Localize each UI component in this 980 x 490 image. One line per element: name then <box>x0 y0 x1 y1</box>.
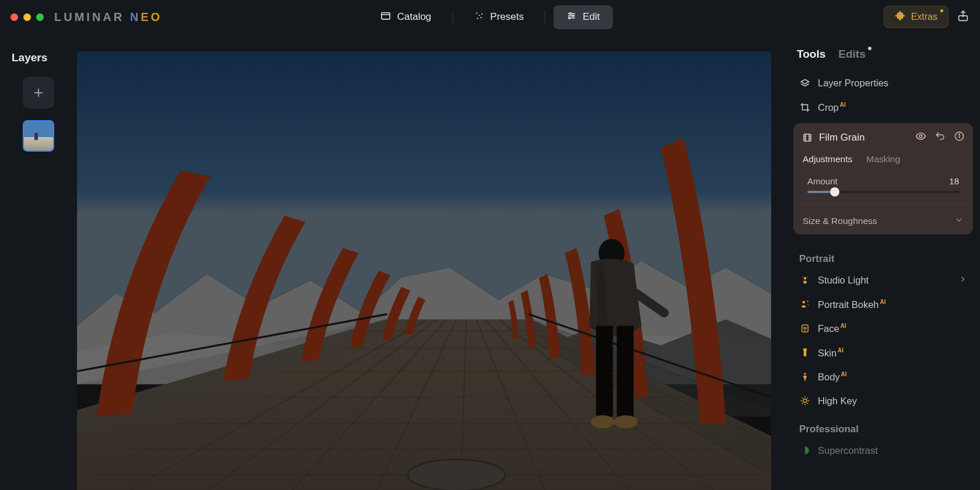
topbar: LUMINAR NEO Catalog Presets Edit <box>0 0 980 34</box>
subtab-adjustments[interactable]: Adjustments <box>803 154 852 164</box>
skin-icon <box>799 347 811 358</box>
high-key-icon <box>799 396 811 406</box>
film-icon <box>802 132 813 143</box>
window-controls <box>10 13 44 21</box>
tool-layer-properties-label: Layer Properties <box>818 78 888 89</box>
amount-value: 18 <box>949 176 959 186</box>
svg-point-9 <box>569 12 571 14</box>
app-logo: LUMINAR NEO <box>54 10 162 24</box>
maximize-window-dot[interactable] <box>36 13 44 21</box>
tool-skin-label: SkinAI <box>818 347 844 359</box>
svg-point-61 <box>807 304 808 306</box>
svg-rect-66 <box>804 351 807 356</box>
svg-line-75 <box>807 398 808 399</box>
film-grain-actions <box>915 131 965 145</box>
tab-edit[interactable]: Edit <box>554 5 612 29</box>
main: Layers <box>0 34 980 490</box>
puzzle-icon <box>895 10 905 23</box>
amount-label: Amount <box>807 176 838 186</box>
subtab-masking[interactable]: Masking <box>866 154 900 164</box>
svg-point-5 <box>478 15 480 16</box>
amount-knob[interactable] <box>830 187 839 197</box>
svg-point-58 <box>807 276 808 278</box>
film-grain-title: Film Grain <box>819 132 864 144</box>
tool-high-key[interactable]: High Key <box>793 389 973 413</box>
top-right: Extras <box>884 6 970 28</box>
svg-line-73 <box>802 398 803 399</box>
panel-tab-tools[interactable]: Tools <box>797 48 825 61</box>
tool-studio-light-label: Studio Light <box>818 275 869 286</box>
tab-catalog[interactable]: Catalog <box>368 5 444 29</box>
layers-icon <box>799 78 811 89</box>
sparkle-icon <box>474 10 484 24</box>
amount-track[interactable] <box>807 191 959 193</box>
tool-skin[interactable]: SkinAI <box>793 341 973 365</box>
svg-line-76 <box>802 403 803 404</box>
tab-catalog-label: Catalog <box>397 11 432 23</box>
svg-rect-0 <box>382 13 390 19</box>
svg-rect-44 <box>77 51 771 490</box>
tool-portrait-bokeh[interactable]: Portrait BokehAI <box>793 292 973 317</box>
folder-icon <box>380 10 391 24</box>
tool-crop[interactable]: CropAI <box>793 95 973 120</box>
tab-presets[interactable]: Presets <box>461 5 537 29</box>
chevron-down-icon <box>954 215 964 227</box>
tool-portrait-bokeh-label: Portrait BokehAI <box>818 299 886 310</box>
svg-point-57 <box>802 276 803 278</box>
bokeh-icon <box>799 299 811 309</box>
tool-supercontrast[interactable]: Supercontrast <box>793 439 973 463</box>
panel-tab-edits-label: Edits <box>838 48 865 60</box>
svg-point-64 <box>806 327 807 328</box>
size-roughness-label: Size & Roughness <box>803 216 877 226</box>
visibility-icon[interactable] <box>915 131 926 145</box>
tool-studio-light[interactable]: Studio Light <box>793 268 973 292</box>
share-icon[interactable] <box>957 9 970 24</box>
info-icon[interactable] <box>954 131 965 145</box>
film-grain-header[interactable]: Film Grain <box>793 123 973 150</box>
section-portrait: Portrait <box>793 243 973 268</box>
layers-panel: Layers <box>0 34 77 490</box>
tool-body[interactable]: BodyAI <box>793 365 973 389</box>
body-icon <box>799 372 811 382</box>
svg-rect-45 <box>804 134 811 141</box>
tool-supercontrast-label: Supercontrast <box>818 445 878 456</box>
svg-point-67 <box>804 373 806 374</box>
svg-line-74 <box>807 403 808 404</box>
undo-icon[interactable] <box>935 131 946 145</box>
notification-dot <box>940 9 943 12</box>
close-window-dot[interactable] <box>10 13 18 21</box>
tab-presets-label: Presets <box>490 11 524 23</box>
extras-button[interactable]: Extras <box>884 6 949 28</box>
svg-point-59 <box>803 301 806 304</box>
section-professional: Professional <box>793 413 973 439</box>
tool-layer-properties[interactable]: Layer Properties <box>793 71 973 95</box>
layer-thumbnail[interactable] <box>23 120 54 152</box>
edits-indicator-dot <box>868 47 872 50</box>
tool-face[interactable]: FaceAI <box>793 316 973 341</box>
tool-high-key-label: High Key <box>818 396 857 407</box>
extras-label: Extras <box>911 12 937 22</box>
svg-point-4 <box>480 16 481 18</box>
panel-tab-edits[interactable]: Edits <box>838 48 865 61</box>
svg-point-3 <box>477 18 478 19</box>
separator <box>545 10 545 23</box>
tool-film-grain-panel: Film Grain Adjustments Masking <box>793 123 973 235</box>
separator <box>452 10 453 23</box>
add-layer-button[interactable] <box>23 77 54 108</box>
svg-rect-65 <box>803 349 807 351</box>
svg-point-52 <box>919 135 922 138</box>
supercontrast-icon <box>799 445 811 456</box>
size-roughness-toggle[interactable]: Size & Roughness <box>793 207 973 235</box>
svg-point-55 <box>959 134 960 135</box>
amount-slider: Amount 18 <box>793 173 973 207</box>
film-grain-subtabs: Adjustments Masking <box>793 150 973 173</box>
tool-body-label: BodyAI <box>818 371 847 383</box>
minimize-window-dot[interactable] <box>23 13 31 21</box>
canvas-area <box>77 34 786 490</box>
svg-point-2 <box>481 13 482 14</box>
image-canvas[interactable] <box>77 51 771 490</box>
svg-point-68 <box>803 399 807 402</box>
svg-point-63 <box>804 327 805 328</box>
svg-rect-62 <box>802 325 808 332</box>
panel-tabs: Tools Edits <box>793 46 973 71</box>
